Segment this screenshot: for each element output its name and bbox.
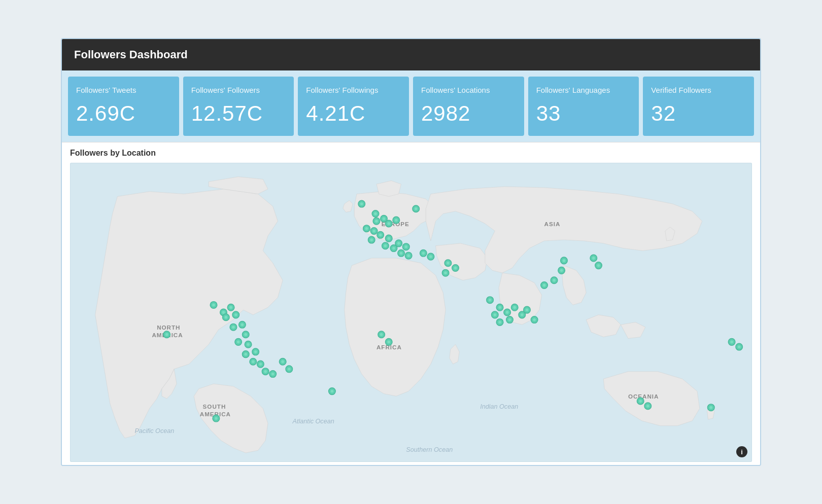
svg-point-40 xyxy=(360,202,363,205)
svg-point-130 xyxy=(415,207,418,210)
header: Followers Dashboard xyxy=(62,39,760,70)
svg-point-32 xyxy=(264,370,267,373)
svg-point-4 xyxy=(212,303,215,306)
svg-point-20 xyxy=(237,340,240,343)
svg-point-70 xyxy=(400,251,403,255)
stats-row: Followers' Tweets 2.69C Followers' Follo… xyxy=(62,70,760,142)
stat-value-followers: 12.57C xyxy=(191,101,286,126)
svg-point-88 xyxy=(508,318,511,321)
dashboard-container: Followers Dashboard Followers' Tweets 2.… xyxy=(61,38,761,466)
svg-point-94 xyxy=(513,306,516,309)
svg-point-84 xyxy=(498,306,501,309)
svg-point-2 xyxy=(165,333,168,336)
svg-point-8 xyxy=(229,306,232,309)
stat-value-languages: 33 xyxy=(536,101,631,126)
svg-point-38 xyxy=(215,417,218,420)
svg-point-78 xyxy=(444,271,447,274)
stat-card-followers: Followers' Followers 12.57C xyxy=(183,77,294,136)
svg-point-58 xyxy=(370,238,373,241)
stat-value-followings: 4.21C xyxy=(306,101,401,126)
svg-point-116 xyxy=(639,400,642,403)
stat-label-verified: Verified Followers xyxy=(651,86,746,94)
svg-point-122 xyxy=(730,340,733,343)
svg-point-110 xyxy=(563,259,566,262)
svg-point-18 xyxy=(244,333,247,336)
svg-point-62 xyxy=(384,244,387,247)
svg-point-34 xyxy=(271,373,275,376)
svg-point-42 xyxy=(374,212,377,215)
svg-point-30 xyxy=(259,363,262,366)
svg-point-98 xyxy=(526,308,529,311)
svg-point-46 xyxy=(383,217,386,220)
map-section: Followers by Location xyxy=(62,142,760,465)
asia-label: ASIA xyxy=(544,221,561,227)
north-america-label: NORTH xyxy=(157,324,180,331)
svg-point-114 xyxy=(597,264,600,267)
svg-point-120 xyxy=(709,406,712,409)
stat-card-languages: Followers' Languages 33 xyxy=(528,77,639,136)
svg-point-68 xyxy=(404,245,407,248)
svg-point-10 xyxy=(224,316,227,319)
svg-point-36 xyxy=(330,390,333,393)
svg-point-118 xyxy=(646,405,649,408)
stat-label-locations: Followers' Locations xyxy=(421,86,516,94)
svg-point-44 xyxy=(375,220,378,223)
svg-point-12 xyxy=(234,313,237,316)
svg-point-24 xyxy=(254,350,257,353)
world-map-svg: Pacific Ocean Atlantic Ocean Indian Ocea… xyxy=(71,163,751,461)
svg-point-106 xyxy=(553,279,556,282)
stat-card-locations: Followers' Locations 2982 xyxy=(413,77,524,136)
stat-value-tweets: 2.69C xyxy=(76,101,171,126)
stat-value-verified: 32 xyxy=(651,101,746,126)
svg-point-134 xyxy=(429,255,432,258)
svg-point-80 xyxy=(380,333,383,336)
svg-point-26 xyxy=(244,353,247,356)
map-wrapper: Pacific Ocean Atlantic Ocean Indian Ocea… xyxy=(70,163,752,462)
stat-label-tweets: Followers' Tweets xyxy=(76,86,171,94)
svg-point-92 xyxy=(493,313,496,316)
svg-point-104 xyxy=(543,284,546,287)
svg-point-90 xyxy=(498,321,501,324)
south-america-label: SOUTH xyxy=(203,403,226,410)
stat-label-followers: Followers' Followers xyxy=(191,86,286,94)
svg-point-6 xyxy=(222,311,225,314)
stat-label-languages: Followers' Languages xyxy=(536,86,631,94)
map-title: Followers by Location xyxy=(70,149,752,158)
info-icon[interactable]: i xyxy=(736,446,747,457)
svg-point-72 xyxy=(407,254,410,257)
svg-point-100 xyxy=(533,318,536,321)
svg-point-126 xyxy=(281,360,284,363)
svg-point-22 xyxy=(247,343,250,346)
svg-point-76 xyxy=(454,267,457,270)
svg-point-48 xyxy=(387,222,390,225)
svg-point-128 xyxy=(288,368,291,371)
svg-point-54 xyxy=(372,230,375,233)
stat-card-followings: Followers' Followings 4.21C xyxy=(298,77,409,136)
svg-point-112 xyxy=(592,257,595,260)
svg-point-124 xyxy=(738,345,741,348)
svg-point-86 xyxy=(506,311,509,314)
southern-ocean-label: Southern Ocean xyxy=(406,446,453,453)
svg-point-28 xyxy=(252,360,255,363)
svg-point-16 xyxy=(232,326,235,329)
page-title: Followers Dashboard xyxy=(74,48,188,61)
svg-point-74 xyxy=(447,262,450,265)
oceania-label: OCEANIA xyxy=(628,393,659,400)
stat-card-verified: Verified Followers 32 xyxy=(643,77,754,136)
svg-point-108 xyxy=(560,269,563,272)
indian-ocean-label: Indian Ocean xyxy=(480,403,518,410)
stat-value-locations: 2982 xyxy=(421,101,516,126)
pacific-ocean-label: Pacific Ocean xyxy=(134,427,174,435)
svg-point-96 xyxy=(521,313,524,316)
svg-point-132 xyxy=(422,251,425,255)
svg-point-52 xyxy=(365,227,368,230)
svg-point-82 xyxy=(387,340,390,343)
svg-point-60 xyxy=(387,237,390,240)
stat-label-followings: Followers' Followings xyxy=(306,86,401,94)
svg-point-66 xyxy=(397,242,400,245)
svg-point-102 xyxy=(489,299,492,302)
atlantic-ocean-label: Atlantic Ocean xyxy=(292,418,334,425)
stat-card-tweets: Followers' Tweets 2.69C xyxy=(68,77,179,136)
svg-point-14 xyxy=(241,323,244,326)
svg-point-56 xyxy=(379,233,382,236)
